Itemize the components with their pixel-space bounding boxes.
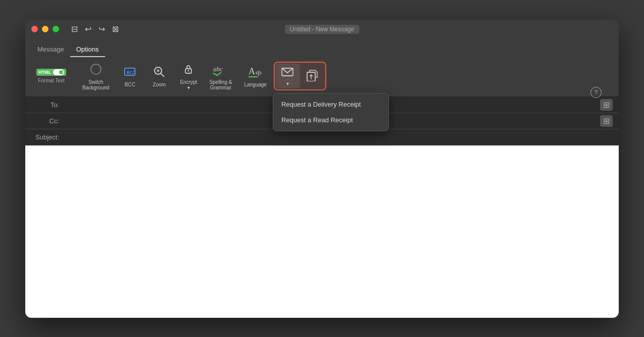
svg-point-9 bbox=[188, 70, 189, 71]
switch-background-button[interactable]: SwitchBackground bbox=[77, 60, 114, 92]
receipt-dropdown-chevron: ▾ bbox=[286, 81, 289, 86]
export-button[interactable] bbox=[300, 67, 324, 85]
export-icon bbox=[305, 69, 319, 83]
svg-text:中: 中 bbox=[256, 70, 262, 77]
title-bar-icons: ⊟ ↩ ↪ ⊠ bbox=[71, 24, 119, 34]
encrypt-button[interactable]: Encrypt ▾ bbox=[175, 60, 202, 92]
toolbar: Message Options HTML Format Text bbox=[25, 39, 619, 97]
redo-icon[interactable]: ↪ bbox=[98, 24, 105, 34]
minimize-button[interactable] bbox=[42, 26, 48, 32]
format-text-button[interactable]: HTML Format Text bbox=[31, 67, 71, 85]
language-icon: A 中 bbox=[247, 65, 264, 81]
subject-input[interactable] bbox=[64, 133, 613, 141]
email-compose-window: ⊟ ↩ ↪ ⊠ Untitled - New Message Message O… bbox=[25, 20, 619, 318]
switch-background-icon bbox=[89, 62, 103, 78]
maximize-button[interactable] bbox=[53, 26, 59, 32]
spelling-grammar-icon: abc bbox=[212, 62, 229, 78]
receipt-icon bbox=[281, 66, 295, 80]
encrypt-dropdown-arrow: ▾ bbox=[187, 85, 190, 90]
read-receipt-item[interactable]: Request a Read Receipt bbox=[273, 112, 388, 128]
html-badge: HTML bbox=[36, 69, 66, 76]
title-bar: ⊟ ↩ ↪ ⊠ Untitled - New Message bbox=[25, 20, 619, 39]
format-text-label: Format Text bbox=[38, 78, 65, 83]
help-button[interactable]: ? bbox=[590, 87, 602, 98]
bcc-icon: BCC bbox=[123, 65, 137, 81]
close-button[interactable] bbox=[31, 26, 38, 32]
zoom-label: Zoom bbox=[153, 82, 166, 87]
cc-label: Cc: bbox=[31, 117, 64, 125]
tab-bar: Message Options bbox=[31, 39, 613, 57]
subject-label: Subject: bbox=[31, 133, 64, 141]
html-label: HTML bbox=[38, 70, 51, 75]
to-contact-icon[interactable]: ⊞ bbox=[600, 99, 613, 111]
svg-text:BCC: BCC bbox=[127, 70, 135, 75]
tab-options[interactable]: Options bbox=[70, 42, 105, 57]
cc-contact-icon[interactable]: ⊞ bbox=[600, 115, 613, 127]
receipt-button-group: ▾ Request a Delivery Recei bbox=[274, 62, 326, 90]
zoom-button[interactable]: Zoom bbox=[145, 63, 173, 89]
svg-text:A: A bbox=[249, 66, 255, 76]
svg-text:abc: abc bbox=[213, 65, 223, 73]
html-toggle[interactable] bbox=[53, 69, 64, 75]
receipt-button[interactable]: ▾ bbox=[276, 64, 300, 88]
subject-field-row: Subject: bbox=[25, 129, 619, 146]
encrypt-label: Encrypt bbox=[180, 79, 197, 85]
zoom-icon bbox=[152, 65, 166, 81]
bcc-label: BCC bbox=[125, 82, 135, 87]
spelling-grammar-button[interactable]: abc Spelling &Grammar bbox=[204, 60, 237, 92]
encrypt-icon bbox=[181, 62, 195, 78]
undo-icon[interactable]: ↩ bbox=[85, 24, 91, 34]
switch-background-label: SwitchBackground bbox=[82, 79, 109, 90]
to-label: To: bbox=[31, 101, 64, 109]
save-icon[interactable]: ⊟ bbox=[71, 24, 78, 34]
tab-message[interactable]: Message bbox=[31, 42, 70, 57]
language-button[interactable]: A 中 Language bbox=[239, 63, 272, 89]
svg-point-0 bbox=[91, 64, 101, 74]
compose-body[interactable] bbox=[25, 146, 619, 318]
svg-line-5 bbox=[161, 73, 164, 77]
archive-icon[interactable]: ⊠ bbox=[112, 24, 119, 34]
receipt-dropdown: Request a Delivery Receipt Request a Rea… bbox=[273, 93, 389, 131]
language-label: Language bbox=[244, 82, 267, 87]
delivery-receipt-item[interactable]: Request a Delivery Receipt bbox=[273, 97, 388, 112]
toolbar-buttons: HTML Format Text SwitchBackground bbox=[31, 57, 613, 97]
bcc-button[interactable]: BCC BCC bbox=[116, 63, 143, 89]
spelling-grammar-label: Spelling &Grammar bbox=[209, 79, 232, 90]
window-title: Untitled - New Message bbox=[285, 25, 359, 34]
